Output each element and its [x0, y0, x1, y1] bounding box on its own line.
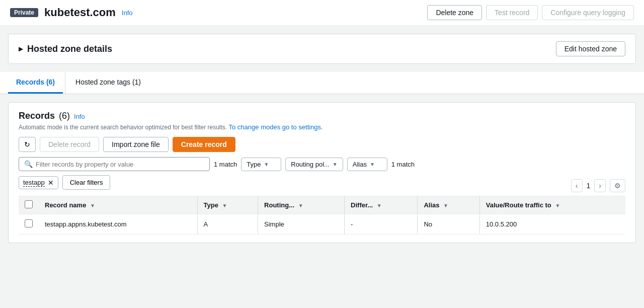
toolbar-row: ↻ Delete record Import zone file Create …	[19, 137, 625, 152]
change-modes-link[interactable]: To change modes go to settings.	[229, 123, 323, 131]
alias-filter-chevron: ▼	[370, 162, 375, 167]
routing-sort-icon: ▼	[298, 203, 303, 208]
records-count: (6)	[59, 111, 70, 121]
hosted-zone-details-section: ▶ Hosted zone details Edit hosted zone	[8, 34, 636, 64]
remove-filter-button[interactable]: ✕	[48, 179, 54, 186]
cell-value: 10.0.5.200	[480, 214, 625, 235]
differ-sort-icon: ▼	[377, 203, 382, 208]
col-header-routing[interactable]: Routing... ▼	[258, 196, 344, 214]
alias-sort-icon: ▼	[443, 203, 448, 208]
row-checkbox[interactable]	[25, 219, 33, 227]
type-sort-icon: ▼	[222, 203, 227, 208]
section-title-row: ▶ Hosted zone details	[19, 44, 112, 54]
refresh-button[interactable]: ↻	[19, 137, 36, 152]
col-header-alias[interactable]: Alias ▼	[418, 196, 479, 214]
header-info-link[interactable]: Info	[122, 9, 133, 17]
edit-hosted-zone-button[interactable]: Edit hosted zone	[556, 41, 625, 56]
delete-record-button[interactable]: Delete record	[40, 137, 99, 152]
col-header-differ[interactable]: Differ... ▼	[345, 196, 417, 214]
records-panel: Records (6) Info Automatic mode is the c…	[8, 102, 636, 243]
alias-filter-label: Alias	[353, 161, 367, 168]
cell-type: A	[198, 214, 258, 235]
select-all-checkbox[interactable]	[25, 200, 33, 208]
cell-differ: -	[345, 214, 417, 235]
filter-tag-value: testapp	[23, 179, 45, 187]
pagination-row: ‹ 1 › ⚙	[571, 179, 625, 192]
auto-mode-text: Automatic mode is the current search beh…	[19, 123, 625, 131]
col-header-value[interactable]: Value/Route traffic to ▼	[480, 196, 625, 214]
col-header-checkbox	[19, 196, 39, 214]
domain-title: kubetest.com	[44, 6, 116, 19]
hosted-zone-title: Hosted zone details	[27, 44, 112, 54]
tab-hosted-zone-tags[interactable]: Hosted zone tags (1)	[67, 72, 149, 94]
row-checkbox-cell	[19, 214, 39, 235]
tab-records[interactable]: Records (6)	[8, 72, 63, 94]
table-settings-button[interactable]: ⚙	[610, 179, 625, 192]
record-name-sort-icon: ▼	[90, 203, 95, 208]
top-header: Private kubetest.com Info Delete zone Te…	[0, 0, 644, 26]
value-sort-icon: ▼	[555, 203, 560, 208]
delete-zone-button[interactable]: Delete zone	[427, 5, 482, 20]
alias-filter-dropdown[interactable]: Alias ▼	[347, 158, 387, 171]
import-zone-file-button[interactable]: Import zone file	[103, 137, 169, 152]
active-filter-tag: testapp ✕	[19, 176, 58, 189]
match-count-left: 1 match	[214, 161, 237, 168]
type-filter-chevron: ▼	[264, 162, 269, 167]
cell-routing: Simple	[258, 214, 344, 235]
col-header-type[interactable]: Type ▼	[198, 196, 258, 214]
filter-pagination-row: testapp ✕ Clear filters ‹ 1 › ⚙	[19, 175, 625, 196]
table-row: testapp.appns.kubetest.com A Simple - No…	[19, 214, 625, 235]
records-panel-header: Records (6) Info	[19, 111, 625, 121]
col-header-record-name[interactable]: Record name ▼	[39, 196, 197, 214]
routing-filter-dropdown[interactable]: Routing pol... ▼	[285, 158, 343, 171]
match-count-right: 1 match	[391, 161, 415, 168]
filter-tags-row: testapp ✕ Clear filters	[19, 175, 110, 190]
private-badge: Private	[10, 8, 38, 17]
records-info-link[interactable]: Info	[74, 113, 85, 120]
type-filter-dropdown[interactable]: Type ▼	[241, 158, 281, 171]
table-header-row: Record name ▼ Type ▼ Routing... ▼ Differ…	[19, 196, 625, 214]
records-table: Record name ▼ Type ▼ Routing... ▼ Differ…	[19, 196, 625, 235]
create-record-button[interactable]: Create record	[173, 137, 235, 152]
cell-record-name: testapp.appns.kubetest.com	[39, 214, 197, 235]
routing-filter-chevron: ▼	[333, 162, 338, 167]
clear-filters-button[interactable]: Clear filters	[62, 175, 111, 190]
test-record-button[interactable]: Test record	[486, 5, 538, 20]
search-input[interactable]	[36, 161, 204, 168]
search-filter-area: 🔍 1 match Type ▼ Routing pol... ▼ Alias …	[19, 157, 625, 171]
search-icon: 🔍	[24, 160, 33, 168]
collapse-icon[interactable]: ▶	[19, 45, 23, 52]
cell-alias: No	[418, 214, 479, 235]
search-box[interactable]: 🔍	[19, 157, 210, 171]
pagination-current-page: 1	[587, 182, 591, 190]
pagination-prev-button[interactable]: ‹	[571, 179, 583, 192]
type-filter-label: Type	[247, 161, 261, 168]
tabs-container: Records (6) Hosted zone tags (1)	[0, 72, 644, 94]
routing-filter-label: Routing pol...	[291, 161, 330, 168]
records-panel-title: Records	[19, 111, 55, 121]
header-actions: Delete zone Test record Configure query …	[427, 5, 634, 20]
pagination-next-button[interactable]: ›	[594, 179, 606, 192]
configure-query-logging-button[interactable]: Configure query logging	[542, 5, 634, 20]
